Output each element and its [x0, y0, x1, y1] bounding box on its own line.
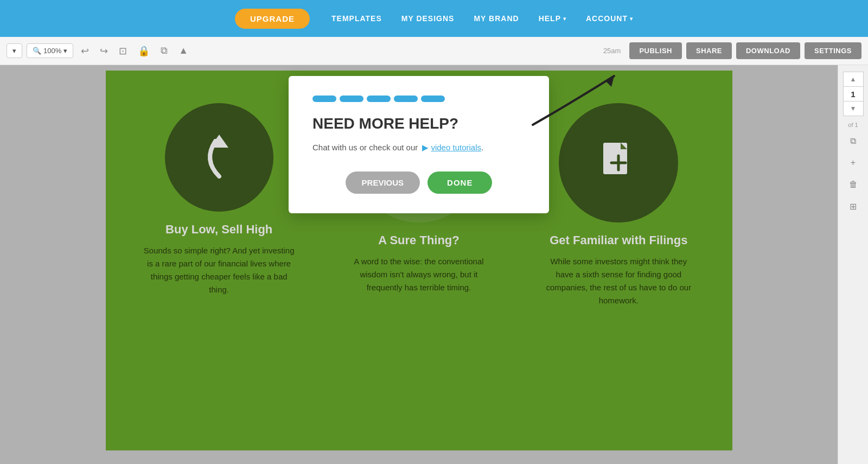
- canvas-area: Buy Low, Sell High Sounds so simple righ…: [0, 65, 838, 464]
- progress-step-1: [312, 96, 336, 102]
- zoom-dropdown-icon: ▾: [63, 47, 67, 55]
- nav-my-designs[interactable]: MY DESIGNS: [401, 14, 455, 23]
- page-number: 1: [844, 86, 863, 101]
- main-area: Buy Low, Sell High Sounds so simple righ…: [0, 65, 868, 464]
- toolbar-left: ▾ 🔍 100% ▾ ↩ ↪ ⊡ 🔒 ⧉ ▲: [7, 43, 599, 59]
- progress-step-2: [340, 96, 363, 102]
- delete-page-button[interactable]: 🗑: [843, 175, 864, 194]
- page-down-button[interactable]: ▼: [844, 101, 863, 116]
- redo-button[interactable]: ↪: [97, 43, 111, 59]
- modal-description: Chat with us or check out our ▶video tut…: [312, 141, 525, 154]
- pointing-arrow-icon: [527, 71, 636, 136]
- grid-view-button[interactable]: ⊞: [843, 196, 864, 216]
- save-timestamp: 25am: [603, 47, 621, 55]
- page-of-label: of 1: [848, 120, 858, 129]
- share-button[interactable]: SHARE: [686, 42, 732, 59]
- add-page-button[interactable]: +: [843, 153, 864, 173]
- page-indicator: ▲ 1 ▼: [843, 72, 864, 116]
- progress-step-3: [367, 96, 391, 102]
- undo-button[interactable]: ↩: [78, 43, 92, 59]
- nav-templates[interactable]: TEMPLATES: [331, 14, 382, 23]
- download-button[interactable]: DOWNLOAD: [736, 42, 800, 59]
- previous-button[interactable]: PREVIOUS: [346, 171, 420, 194]
- play-icon: ▶: [422, 143, 429, 152]
- editor-toolbar: ▾ 🔍 100% ▾ ↩ ↪ ⊡ 🔒 ⧉ ▲ 25am PUBLISH SHAR…: [0, 37, 868, 65]
- right-sidebar: ▲ 1 ▼ of 1 ⧉ + 🗑 ⊞: [838, 65, 868, 464]
- page-up-button[interactable]: ▲: [844, 72, 863, 86]
- modal-buttons: PREVIOUS DONE: [312, 171, 525, 194]
- modal-desc-prefix: Chat with us or check out our: [312, 143, 418, 152]
- copy-page-button[interactable]: ⧉: [843, 131, 864, 151]
- modal-desc-suffix: .: [481, 143, 483, 152]
- layer-dropdown-button[interactable]: ▾: [7, 43, 22, 58]
- progress-step-4: [394, 96, 418, 102]
- upgrade-button[interactable]: UPGRADE: [235, 9, 310, 29]
- zoom-control[interactable]: 🔍 100% ▾: [27, 43, 73, 58]
- help-modal: NEED MORE HELP? Chat with us or check ou…: [289, 76, 549, 213]
- publish-button[interactable]: PUBLISH: [629, 42, 682, 59]
- settings-button[interactable]: SETTINGS: [805, 42, 861, 59]
- done-button[interactable]: DONE: [427, 171, 492, 194]
- zoom-icon: 🔍: [33, 47, 41, 55]
- chevron-down-icon: ▾: [630, 16, 633, 22]
- svg-marker-7: [606, 76, 614, 87]
- arrow-annotation: [527, 71, 636, 136]
- modal-overlay: NEED MORE HELP? Chat with us or check ou…: [0, 65, 838, 464]
- modal-title: NEED MORE HELP?: [312, 115, 525, 132]
- lock-button[interactable]: 🔒: [135, 43, 153, 59]
- modal-progress: [312, 96, 525, 102]
- nav-account[interactable]: ACCOUNT ▾: [586, 14, 633, 23]
- video-tutorials-link[interactable]: video tutorials: [431, 143, 481, 152]
- crop-button[interactable]: ⊡: [116, 43, 130, 59]
- nav-links: TEMPLATES MY DESIGNS MY BRAND HELP ▾ ACC…: [331, 14, 633, 23]
- toolbar-right: 25am PUBLISH SHARE DOWNLOAD SETTINGS: [603, 42, 861, 59]
- zoom-value: 100%: [43, 47, 61, 55]
- chevron-down-icon: ▾: [563, 16, 566, 22]
- progress-step-5: [421, 96, 445, 102]
- arrange-button[interactable]: ▲: [175, 43, 192, 59]
- copy-button[interactable]: ⧉: [157, 43, 171, 59]
- nav-my-brand[interactable]: MY BRAND: [474, 14, 519, 23]
- top-navigation: UPGRADE TEMPLATES MY DESIGNS MY BRAND HE…: [0, 0, 868, 37]
- nav-help[interactable]: HELP ▾: [539, 14, 566, 23]
